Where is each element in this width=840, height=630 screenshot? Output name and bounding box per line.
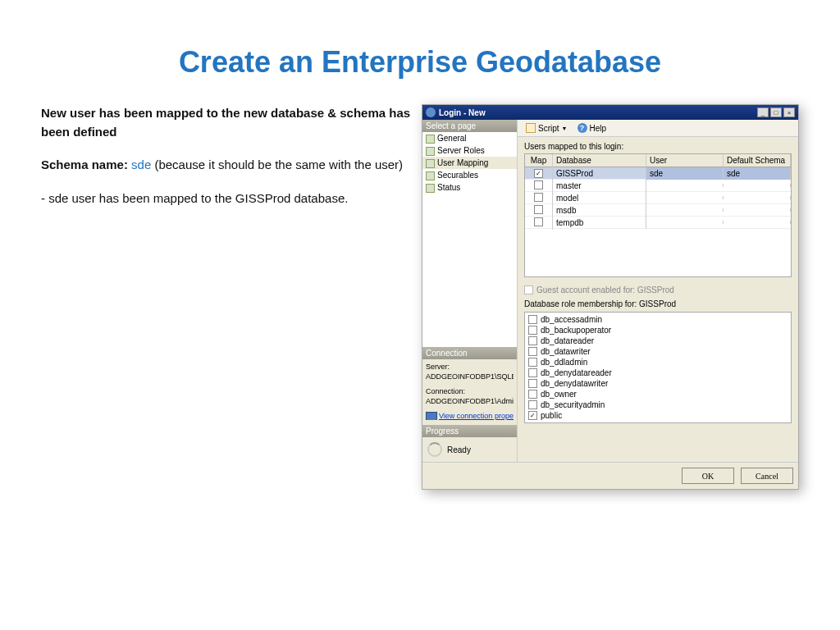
- table-row[interactable]: master: [525, 180, 791, 192]
- script-button[interactable]: Script ▼: [523, 122, 571, 134]
- maximize-button[interactable]: □: [770, 107, 782, 117]
- mapping-label: Users mapped to this login:: [518, 137, 798, 153]
- ok-button[interactable]: OK: [682, 468, 734, 484]
- role-checkbox[interactable]: [528, 336, 537, 345]
- nav-general[interactable]: General: [422, 132, 517, 144]
- dialog-title: Login - New: [439, 108, 756, 117]
- role-checkbox[interactable]: [528, 347, 537, 356]
- map-checkbox[interactable]: [534, 193, 543, 202]
- connection-info: Server: ADDGEOINFODBP1\SQLEXPRE Connecti…: [422, 359, 517, 425]
- guest-checkbox-row: Guest account enabled for: GISSProd: [518, 277, 798, 298]
- role-checkbox[interactable]: [528, 326, 537, 335]
- dialog-titlebar[interactable]: Login - New _ □ ×: [422, 105, 798, 120]
- col-database[interactable]: Database: [553, 154, 646, 167]
- nav-status[interactable]: Status: [422, 181, 517, 194]
- role-item[interactable]: db_denydatareader: [527, 368, 789, 378]
- role-checkbox[interactable]: [528, 390, 537, 399]
- role-item[interactable]: db_datawriter: [527, 346, 789, 357]
- col-user[interactable]: User: [646, 154, 724, 167]
- role-item[interactable]: db_securityadmin: [527, 399, 789, 410]
- minimize-button[interactable]: _: [757, 107, 769, 117]
- close-button[interactable]: ×: [783, 107, 795, 117]
- help-icon: ?: [578, 123, 587, 133]
- nav-server-roles[interactable]: Server Roles: [422, 144, 517, 157]
- table-row[interactable]: tempdb: [525, 217, 791, 229]
- pages-header: Select a page: [422, 120, 517, 132]
- help-button[interactable]: ? Help: [574, 122, 610, 134]
- nav-user-mapping[interactable]: User Mapping: [422, 157, 517, 169]
- progress-header: Progress: [422, 425, 517, 437]
- connection-header: Connection: [422, 347, 517, 359]
- view-connection-link[interactable]: View connection properties: [426, 412, 514, 420]
- role-item[interactable]: ✓public: [527, 410, 789, 421]
- description-text: New user has been mapped to the new data…: [41, 104, 413, 490]
- table-row[interactable]: msdb: [525, 204, 791, 217]
- roles-list[interactable]: db_accessadmindb_backupoperatordb_datare…: [524, 312, 792, 423]
- roles-label: Database role membership for: GISSProd: [518, 298, 798, 310]
- map-checkbox[interactable]: [534, 180, 543, 189]
- role-checkbox[interactable]: [528, 358, 537, 367]
- role-item[interactable]: db_owner: [527, 389, 789, 399]
- role-checkbox[interactable]: ✓: [528, 411, 537, 420]
- dialog-toolbar: Script ▼ ? Help: [518, 120, 798, 137]
- table-row[interactable]: model: [525, 192, 791, 204]
- role-item[interactable]: db_accessadmin: [527, 314, 789, 325]
- app-icon: [426, 107, 436, 117]
- map-checkbox[interactable]: [534, 205, 543, 214]
- progress-icon: [427, 442, 442, 457]
- role-item[interactable]: db_ddladmin: [527, 357, 789, 368]
- role-checkbox[interactable]: [528, 368, 537, 377]
- role-item[interactable]: db_datareader: [527, 336, 789, 346]
- map-checkbox[interactable]: ✓: [534, 169, 543, 178]
- col-schema[interactable]: Default Schema: [724, 154, 791, 167]
- login-dialog: Login - New _ □ × Select a page General …: [422, 104, 799, 490]
- role-checkbox[interactable]: [528, 379, 537, 388]
- page-nav: General Server Roles User Mapping Secura…: [422, 132, 517, 194]
- slide-title: Create an Enterprise Geodatabase: [0, 0, 840, 104]
- table-row[interactable]: ✓GISSProdsdesde: [525, 167, 791, 180]
- progress-status: Ready: [422, 437, 517, 462]
- nav-securables[interactable]: Securables: [422, 169, 517, 181]
- role-item[interactable]: db_denydatawriter: [527, 378, 789, 389]
- guest-checkbox: [524, 285, 533, 294]
- mapping-grid: Map Database User Default Schema ✓GISSPr…: [524, 153, 792, 277]
- map-checkbox[interactable]: [534, 217, 543, 226]
- chevron-down-icon: ▼: [562, 126, 568, 131]
- role-checkbox[interactable]: [528, 400, 537, 409]
- dialog-footer: OK Cancel: [422, 462, 798, 489]
- cancel-button[interactable]: Cancel: [741, 468, 793, 484]
- script-icon: [526, 123, 536, 133]
- col-map[interactable]: Map: [525, 154, 553, 167]
- role-item[interactable]: db_backupoperator: [527, 325, 789, 336]
- role-checkbox[interactable]: [528, 315, 537, 324]
